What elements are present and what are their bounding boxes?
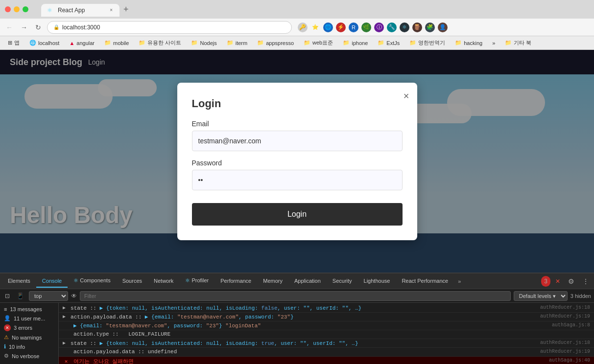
context-selector[interactable]: top bbox=[29, 291, 68, 301]
security-tab-label: Security bbox=[333, 278, 352, 284]
sidebar-warnings[interactable]: ⚠ No warnings bbox=[0, 333, 58, 342]
all-messages-label: 13 messages bbox=[10, 306, 42, 312]
website-content: Side project Blog Login Hello Body Login… bbox=[0, 50, 594, 273]
lighthouse-tab-label: Lighthouse bbox=[364, 278, 390, 284]
ext-icon-5[interactable]: ⓘ bbox=[374, 23, 384, 32]
devtools-tab-application[interactable]: Application bbox=[288, 275, 327, 288]
modal-overlay[interactable]: Login × Email Password Login bbox=[0, 50, 594, 273]
ext-icon-6[interactable]: 🔧 bbox=[387, 23, 397, 32]
minimize-window-button[interactable] bbox=[14, 6, 20, 12]
elements-tab-label: Elements bbox=[8, 278, 30, 284]
bookmark-nodejs[interactable]: 📁 Nodejs bbox=[187, 39, 220, 47]
bookmark-appspresso[interactable]: 📁 appspresso bbox=[253, 39, 298, 47]
close-window-button[interactable] bbox=[5, 6, 11, 12]
ext-icon-8[interactable]: 🧩 bbox=[425, 23, 435, 32]
apps-icon: ⊞ bbox=[8, 40, 12, 46]
line-source-7: authSaga.js:40 bbox=[549, 358, 590, 363]
password-input[interactable] bbox=[192, 170, 403, 190]
bookmark-iterm[interactable]: 📁 iterm bbox=[223, 39, 251, 47]
eye-icon[interactable]: 👁 bbox=[71, 293, 77, 299]
ext-icon-react[interactable]: ⚛ bbox=[400, 23, 409, 32]
devtools-tab-components[interactable]: ⚛ Components bbox=[68, 274, 116, 288]
bookmark-angular-icon: ▲ bbox=[69, 40, 74, 46]
devtools-tab-lighthouse[interactable]: Lighthouse bbox=[358, 275, 396, 288]
bookmark-webstandard-label: web표준 bbox=[312, 39, 333, 46]
browser-chrome: ⚛ React App × + ← → ↻ 🔒 localhost:3000 🔑… bbox=[0, 0, 594, 50]
devtools-console-area: ≡ 13 messages 👤 11 user me... ✕ 3 errors… bbox=[0, 303, 594, 364]
email-input[interactable] bbox=[192, 131, 403, 151]
back-button[interactable]: ← bbox=[4, 23, 15, 32]
devtools-tab-performance[interactable]: Performance bbox=[214, 275, 257, 288]
maximize-window-button[interactable] bbox=[23, 6, 28, 12]
sources-tab-label: Sources bbox=[122, 278, 142, 284]
sidebar-user-messages[interactable]: 👤 11 user me... bbox=[0, 314, 58, 323]
line-source-3: authSaga.js:8 bbox=[552, 322, 590, 328]
devtools-more-tabs[interactable]: » bbox=[454, 275, 465, 287]
devtools-tab-profiler[interactable]: ⚛ Profiler bbox=[179, 274, 214, 288]
ext-icon-4[interactable]: 🌿 bbox=[361, 23, 371, 32]
react-performance-tab-label: React Performance bbox=[402, 278, 448, 284]
devtools-tab-memory[interactable]: Memory bbox=[257, 275, 288, 288]
devtools-tab-react-performance[interactable]: React Performance bbox=[396, 275, 454, 288]
bookmark-iphone[interactable]: 📁 iphone bbox=[339, 39, 372, 47]
application-tab-label: Application bbox=[294, 278, 321, 284]
sidebar-info[interactable]: ℹ 10 info bbox=[0, 342, 58, 351]
bookmark-webstandard[interactable]: 📁 web표준 bbox=[300, 38, 337, 47]
bookmark-extjs[interactable]: 📁 ExtJs bbox=[374, 39, 404, 47]
url-bar[interactable]: 🔒 localhost:3000 bbox=[47, 21, 292, 34]
console-line-2: ▶ action.payload.data :: ▶ {email: "test… bbox=[59, 313, 594, 321]
warnings-icon: ⚠ bbox=[4, 334, 9, 341]
devtools-tab-elements[interactable]: Elements bbox=[2, 275, 36, 288]
bookmark-translator[interactable]: 📁 영한번역기 bbox=[405, 38, 449, 47]
warnings-label: No warnings bbox=[12, 335, 42, 341]
devtools-settings-icon[interactable]: ⚙ bbox=[565, 275, 577, 287]
star-icon[interactable]: ⭐ bbox=[310, 23, 320, 32]
login-submit-button[interactable]: Login bbox=[192, 203, 403, 226]
email-form-group: Email bbox=[192, 120, 403, 151]
devtools-tab-sources[interactable]: Sources bbox=[117, 275, 148, 288]
bookmark-folder-icon-useful: 📁 bbox=[139, 40, 145, 46]
expand-icon-1[interactable]: ▶ bbox=[63, 305, 66, 311]
ext-icon-1[interactable]: 🌐 bbox=[323, 23, 333, 32]
sidebar-verbose[interactable]: ⚙ No verbose bbox=[0, 351, 58, 361]
key-icon[interactable]: 🔑 bbox=[298, 23, 308, 32]
bookmark-other[interactable]: 📁 기타 북 bbox=[501, 38, 535, 47]
expand-icon-5[interactable]: ▶ bbox=[63, 340, 66, 346]
bookmark-folder-icon-mobile: 📁 bbox=[104, 40, 111, 46]
expand-icon-2[interactable]: ▶ bbox=[63, 314, 66, 319]
bookmark-mobile[interactable]: 📁 mobile bbox=[100, 39, 133, 47]
console-output: ▶ state :: ▶ {token: null, isAuthenticat… bbox=[59, 303, 594, 364]
bookmark-more[interactable]: » bbox=[488, 39, 499, 47]
bookmark-apps[interactable]: ⊞ 앱 bbox=[4, 38, 24, 47]
ext-icon-3[interactable]: R bbox=[349, 23, 358, 32]
log-level-selector[interactable]: Default levels ▾ bbox=[514, 291, 568, 301]
browser-tab-react-app[interactable]: ⚛ React App × bbox=[41, 4, 119, 17]
filter-input[interactable] bbox=[80, 291, 511, 301]
user-avatar[interactable]: 👤 bbox=[438, 23, 448, 32]
error-count-badge: 3 bbox=[541, 276, 550, 287]
devtools-more-icon[interactable]: ⋮ bbox=[579, 275, 592, 287]
new-tab-button[interactable]: + bbox=[119, 2, 133, 17]
bookmark-angular[interactable]: ▲ angular bbox=[65, 39, 98, 47]
modal-close-button[interactable]: × bbox=[404, 91, 409, 102]
reload-button[interactable]: ↻ bbox=[33, 23, 43, 32]
bookmark-other-label: 기타 북 bbox=[514, 39, 531, 46]
bookmark-localhost[interactable]: 🌐 localhost bbox=[25, 39, 63, 47]
forward-button[interactable]: → bbox=[19, 23, 29, 32]
devtools-device-icon[interactable]: 📱 bbox=[15, 292, 26, 300]
console-line-3: ▶ {email: "testman@naver.com", password:… bbox=[59, 321, 594, 330]
sidebar-all-messages[interactable]: ≡ 13 messages bbox=[0, 305, 58, 314]
bookmark-useful-sites[interactable]: 📁 유용한 사이트 bbox=[135, 38, 185, 47]
devtools-tab-network[interactable]: Network bbox=[148, 275, 179, 288]
sidebar-errors[interactable]: ✕ 3 errors bbox=[0, 323, 58, 333]
tab-close-button[interactable]: × bbox=[109, 7, 114, 13]
bookmark-hacking[interactable]: 📁 hacking bbox=[451, 39, 486, 47]
bookmark-folder-icon-hack: 📁 bbox=[455, 40, 462, 46]
devtools-inspect-icon[interactable]: ⊡ bbox=[3, 292, 12, 300]
devtools-tab-security[interactable]: Security bbox=[327, 275, 358, 288]
console-tab-label: Console bbox=[42, 278, 62, 284]
devtools-tab-console[interactable]: Console bbox=[36, 275, 68, 288]
login-modal: Login × Email Password Login bbox=[177, 83, 417, 240]
ext-icon-2[interactable]: ⚡ bbox=[336, 23, 346, 32]
ext-icon-7[interactable]: 🪵 bbox=[412, 23, 422, 32]
